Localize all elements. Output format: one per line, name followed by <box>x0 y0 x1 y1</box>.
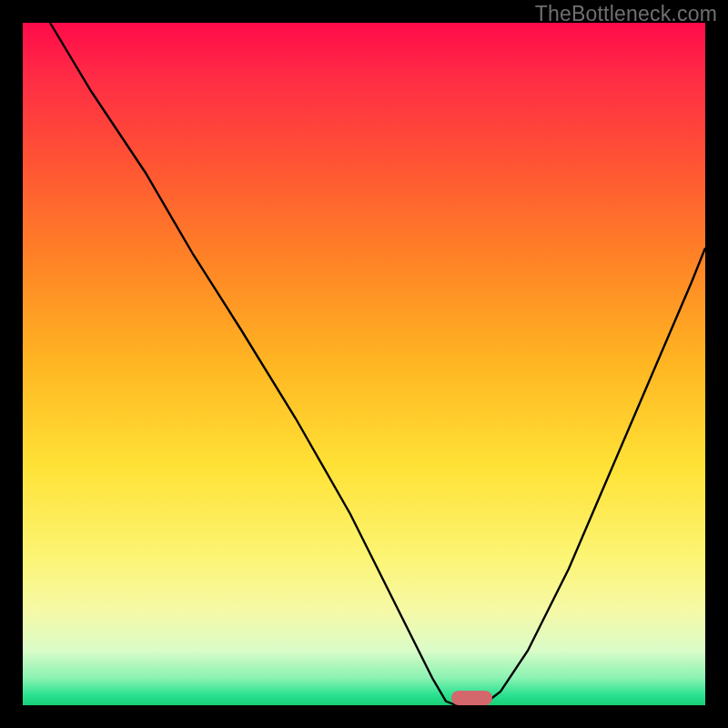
watermark-text: TheBottleneck.com <box>535 2 717 26</box>
plot-area <box>23 23 705 705</box>
bottleneck-curve-line <box>50 23 705 705</box>
optimal-range-marker <box>451 691 492 705</box>
chart-frame: TheBottleneck.com <box>0 0 728 728</box>
bottleneck-curve-svg <box>23 23 705 705</box>
